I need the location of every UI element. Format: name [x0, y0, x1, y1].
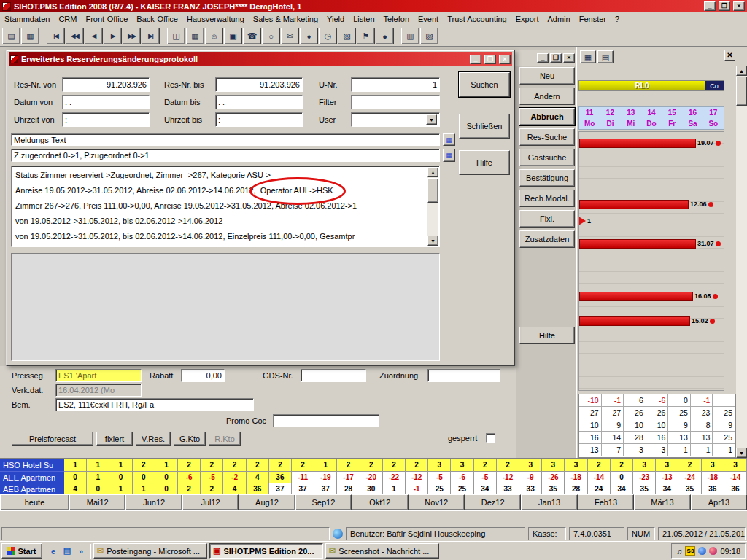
availability-cell[interactable]: 2	[201, 483, 223, 495]
availability-cell[interactable]: 0	[155, 483, 178, 495]
month-tab[interactable]: Nov12	[409, 494, 465, 510]
availability-cell[interactable]: -2	[223, 472, 246, 483]
menu-item[interactable]: Back-Office	[132, 13, 182, 25]
grid-cell[interactable]: 16	[579, 432, 602, 444]
grid-cell[interactable]: 0	[668, 394, 691, 407]
availability-cell[interactable]: 4	[64, 483, 87, 495]
datum-bis-field[interactable]: . .	[215, 95, 303, 109]
availability-cell[interactable]: 2	[588, 459, 611, 472]
availability-cell[interactable]: -26	[542, 472, 565, 483]
scrollbar-thumb[interactable]	[736, 77, 747, 106]
availability-cell[interactable]: 25	[428, 483, 451, 495]
availability-cell[interactable]: 2	[337, 459, 360, 472]
uhrzeit-von-field[interactable]: :	[62, 112, 150, 127]
availability-cell[interactable]: 4	[247, 472, 269, 483]
scroll-down-icon[interactable]: ▼	[427, 236, 438, 246]
s3-tray-icon[interactable]: S3	[685, 546, 695, 556]
res-nr-bis-field[interactable]: 91.203.926	[215, 77, 303, 92]
availability-cell[interactable]: 25	[451, 483, 473, 495]
schliessen-button[interactable]: Schließen	[459, 114, 510, 139]
month-tab[interactable]: Jun12	[125, 494, 182, 510]
availability-cell[interactable]: 1	[155, 459, 178, 472]
grid-cell[interactable]: 8	[691, 419, 713, 432]
show-desktop-icon[interactable]: ▤	[61, 545, 73, 557]
new-document-icon[interactable]: ▤	[2, 28, 20, 44]
availability-cell[interactable]: -9	[519, 472, 542, 483]
availability-cell[interactable]: 36	[247, 483, 269, 495]
bem-field[interactable]: ES2, 111€exkl FRH, Rg/Fa	[55, 398, 254, 411]
clock-icon[interactable]: ◷	[319, 28, 337, 44]
table-view-icon[interactable]: ▦	[443, 133, 455, 146]
month-tab[interactable]: Sep12	[295, 494, 352, 510]
preisseg-field[interactable]: ES1 'Apart	[55, 369, 142, 382]
grid-cell[interactable]: 3	[646, 444, 669, 456]
grid-cell[interactable]: 27	[579, 407, 602, 419]
month-tab[interactable]: Okt12	[352, 494, 408, 510]
scroll-down-icon[interactable]: ▼	[736, 448, 747, 458]
chevron-down-icon[interactable]: ▼	[426, 114, 437, 125]
print-icon[interactable]: ▦	[21, 28, 39, 44]
cash-register-icon[interactable]: ◫	[167, 28, 185, 44]
menu-item[interactable]: Listen	[349, 13, 379, 25]
menu-item[interactable]: Export	[511, 13, 543, 25]
vres-button[interactable]: V.Res.	[136, 432, 171, 446]
availability-cell[interactable]: 3	[451, 459, 473, 472]
maximize-button[interactable]: ❐	[719, 1, 730, 11]
availability-cell[interactable]: -18	[565, 472, 587, 483]
menu-item[interactable]: Front-Office	[81, 13, 132, 25]
scroll-up-icon[interactable]: ▲	[427, 167, 438, 177]
reservation-bar[interactable]	[579, 239, 696, 249]
availability-cell[interactable]: 2	[133, 459, 155, 472]
room-plan-grid-icon[interactable]: ▦	[580, 50, 596, 63]
dialog-minimize-button[interactable]: _	[470, 55, 481, 64]
menu-item[interactable]: Admin	[543, 13, 574, 25]
grid-cell[interactable]: -6	[646, 394, 669, 407]
gesperrt-checkbox[interactable]	[486, 433, 495, 443]
fast-forward-icon[interactable]: ▶▶	[123, 28, 141, 44]
reservation-hilfe-button[interactable]: Hilfe	[519, 327, 575, 344]
room-plan-close-icon[interactable]: ✕	[724, 50, 735, 61]
next-record-icon[interactable]: ▶	[104, 28, 122, 44]
grid-cell[interactable]: 1	[691, 444, 713, 456]
availability-cell[interactable]: 37	[269, 483, 292, 495]
availability-cell[interactable]: -14	[724, 472, 747, 483]
menu-item[interactable]: ?	[611, 13, 624, 25]
availability-cell[interactable]: -5	[474, 472, 497, 483]
grid-cell[interactable]: 16	[646, 432, 669, 444]
first-record-icon[interactable]: |◀	[47, 28, 65, 44]
availability-cell[interactable]: 1	[87, 459, 109, 472]
grid-cell[interactable]: 13	[668, 432, 691, 444]
close-button[interactable]: ×	[733, 1, 745, 11]
previous-record-icon[interactable]: ◀	[85, 28, 103, 44]
availability-cell[interactable]: -5	[428, 472, 451, 483]
month-tab[interactable]: heute	[0, 494, 69, 510]
dialog-maximize-button[interactable]: ❐	[484, 55, 496, 64]
availability-cell[interactable]: 2	[247, 459, 269, 472]
grid-cell[interactable]: 13	[691, 432, 713, 444]
availability-cell[interactable]: 2	[474, 459, 497, 472]
availability-cell[interactable]: 2	[611, 459, 633, 472]
grid-cell[interactable]: 13	[579, 444, 602, 456]
housekeeping-icon[interactable]: ♦	[300, 28, 318, 44]
availability-cell[interactable]: 24	[588, 483, 611, 495]
availability-cell[interactable]: 0	[155, 472, 178, 483]
month-tab[interactable]: Aug12	[239, 494, 295, 510]
room-plan-list-icon[interactable]: ▤	[597, 50, 614, 63]
side-button[interactable]: Rech.Modal.	[519, 190, 575, 207]
availability-cell[interactable]: 37	[292, 483, 314, 495]
gds-nr-field[interactable]	[301, 369, 366, 382]
scroll-up-icon[interactable]: ▲	[736, 66, 747, 76]
availability-cell[interactable]: 3	[724, 459, 747, 472]
reservation-close-button[interactable]: ×	[563, 53, 575, 63]
reservation-minimize-button[interactable]: _	[537, 53, 549, 63]
availability-cell[interactable]: -13	[656, 472, 678, 483]
side-button[interactable]: Ändern	[519, 88, 575, 105]
last-record-icon[interactable]: ▶|	[142, 28, 160, 44]
availability-cell[interactable]: 0	[87, 483, 109, 495]
chevron-icon[interactable]: »	[75, 545, 87, 557]
availability-cell[interactable]: 1	[87, 472, 109, 483]
log-entry[interactable]: Zimmer 267->276, Preis 111,00->0,00, Anr…	[12, 198, 427, 214]
cascade-window-icon[interactable]: ▧	[420, 28, 438, 44]
availability-cell[interactable]: 34	[474, 483, 497, 495]
start-button[interactable]: Start	[1, 543, 42, 559]
